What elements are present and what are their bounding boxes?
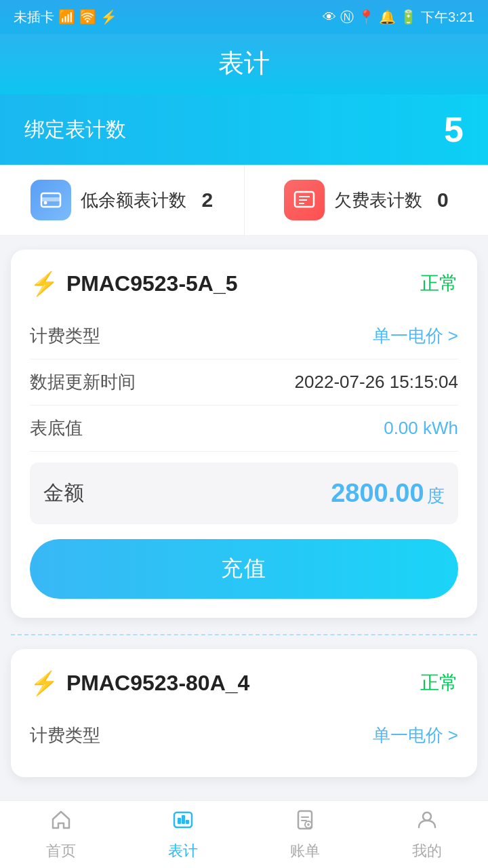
amount-label-0: 金额 [43, 479, 84, 507]
nav-label-home: 首页 [46, 841, 76, 861]
alarm-icon: 🔔 [379, 9, 396, 25]
meter-card-1: ⚡ PMAC9523-80A_4 正常 计费类型 单一电价 > [11, 649, 477, 777]
nfc-icon: Ⓝ [340, 8, 354, 26]
nav-label-meter: 表计 [168, 841, 198, 861]
card-separator [11, 634, 477, 635]
low-balance-label: 低余额表计数 [81, 189, 186, 212]
bound-bar-label: 绑定表计数 [24, 116, 126, 144]
amount-value-0: 2800.00 度 [331, 479, 445, 508]
usb-icon: ⚡ [100, 9, 117, 25]
amount-block-0: 金额 2800.00 度 [30, 462, 458, 524]
status-bar: 未插卡 📶 🛜 ⚡ 👁 Ⓝ 📍 🔔 🔋 下午3:21 [0, 0, 488, 34]
meter-id-1: PMAC9523-80A_4 [66, 671, 249, 696]
recharge-button-0[interactable]: 充值 [30, 539, 458, 599]
bound-bar: 绑定表计数 5 [0, 94, 488, 165]
svg-rect-11 [182, 815, 185, 824]
update-time-value-0: 2022-07-26 15:15:04 [295, 372, 458, 393]
charge-type-value-1[interactable]: 单一电价 > [373, 724, 458, 747]
charge-type-row-1: 计费类型 单一电价 > [30, 713, 458, 758]
nav-item-bill[interactable]: 账单 [244, 801, 366, 868]
signal-icon: 📶 [58, 9, 75, 25]
card-header-0: ⚡ PMAC9523-5A_5 正常 [30, 270, 458, 297]
svg-rect-2 [41, 197, 60, 201]
card-header-1: ⚡ PMAC9523-80A_4 正常 [30, 669, 458, 696]
nav-label-mine: 我的 [412, 841, 442, 861]
location-icon: 📍 [358, 9, 375, 25]
update-time-row-0: 数据更新时间 2022-07-26 15:15:04 [30, 359, 458, 406]
page-title: 表计 [218, 49, 270, 77]
wifi-icon: 🛜 [79, 9, 96, 25]
arrears-count: 0 [437, 189, 449, 212]
cards-area: ⚡ PMAC9523-5A_5 正常 计费类型 单一电价 > 数据更新时间 20… [0, 236, 488, 800]
meter-card-0: ⚡ PMAC9523-5A_5 正常 计费类型 单一电价 > 数据更新时间 20… [11, 250, 477, 618]
no-sim-text: 未插卡 [14, 8, 54, 26]
meter-base-row-0: 表底值 0.00 kWh [30, 406, 458, 452]
charge-type-label-0: 计费类型 [30, 324, 100, 348]
nav-item-meter[interactable]: 表计 [122, 801, 244, 868]
svg-point-15 [423, 812, 431, 821]
page-header: 表计 [0, 34, 488, 94]
battery-icon: 🔋 [400, 9, 417, 25]
time-text: 下午3:21 [421, 8, 474, 26]
status-left: 未插卡 📶 🛜 ⚡ [14, 8, 117, 26]
meter-id-0: PMAC9523-5A_5 [66, 271, 238, 296]
lightning-icon-0: ⚡ [30, 270, 58, 297]
low-balance-count: 2 [201, 189, 213, 212]
card-title-1: ⚡ PMAC9523-80A_4 [30, 669, 249, 696]
status-badge-1: 正常 [420, 670, 458, 696]
nav-item-mine[interactable]: 我的 [366, 801, 488, 868]
status-badge-0: 正常 [420, 271, 458, 296]
low-balance-icon [30, 180, 71, 220]
arrears-label: 欠费表计数 [334, 189, 422, 212]
eye-icon: 👁 [323, 9, 336, 25]
nav-label-bill: 账单 [290, 841, 320, 861]
arrears-icon [284, 180, 325, 220]
bound-bar-count: 5 [444, 109, 464, 150]
card-title-0: ⚡ PMAC9523-5A_5 [30, 270, 238, 297]
lightning-icon-1: ⚡ [30, 669, 58, 696]
charge-type-value-0[interactable]: 单一电价 > [373, 324, 458, 348]
update-time-label-0: 数据更新时间 [30, 370, 136, 394]
meter-icon [171, 808, 195, 837]
svg-rect-12 [186, 820, 189, 824]
home-icon [49, 808, 73, 837]
svg-rect-10 [178, 818, 181, 824]
bill-icon [293, 808, 317, 837]
arrears-stat[interactable]: 欠费表计数 0 [245, 165, 489, 235]
meter-base-label-0: 表底值 [30, 416, 83, 440]
svg-point-3 [44, 201, 47, 205]
bottom-nav: 首页 表计 账单 [0, 800, 488, 868]
mine-icon [415, 808, 439, 837]
nav-item-home[interactable]: 首页 [0, 801, 122, 868]
charge-type-label-1: 计费类型 [30, 724, 100, 747]
status-right: 👁 Ⓝ 📍 🔔 🔋 下午3:21 [323, 8, 474, 26]
stats-row: 低余额表计数 2 欠费表计数 0 [0, 165, 488, 236]
low-balance-stat[interactable]: 低余额表计数 2 [0, 165, 245, 235]
charge-type-row-0: 计费类型 单一电价 > [30, 313, 458, 359]
meter-base-value-0: 0.00 kWh [384, 418, 458, 439]
